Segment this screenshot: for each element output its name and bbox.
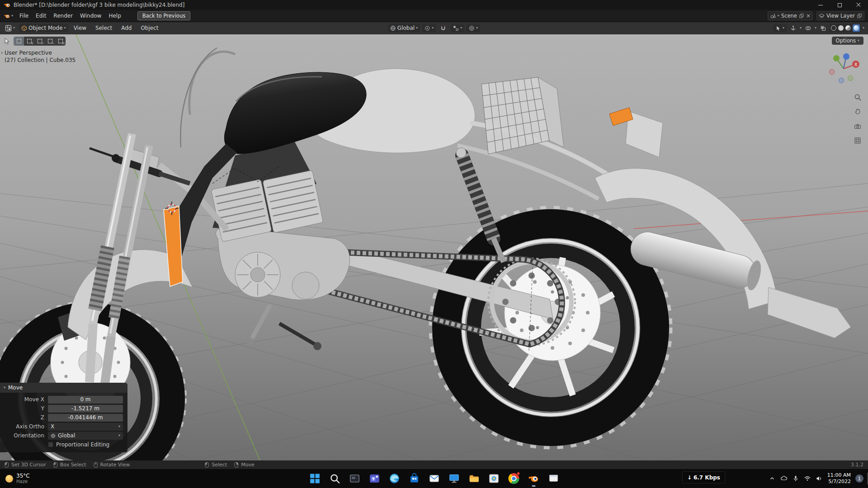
display-settings-button[interactable] (446, 470, 462, 487)
select-mode-subtract[interactable]: − (34, 37, 45, 46)
microphone-icon[interactable] (792, 475, 799, 482)
globe-icon (51, 433, 56, 438)
viewport-canvas[interactable] (0, 34, 868, 460)
chrome-button[interactable] (505, 470, 522, 487)
orientation-dropdown[interactable]: Global ▾ (388, 24, 420, 32)
gizmo-z-neg[interactable] (839, 78, 844, 83)
camera-view-icon[interactable] (853, 121, 863, 131)
chevron-down-icon[interactable]: ▾ (815, 26, 816, 30)
show-overlays-toggle[interactable] (803, 24, 813, 32)
snap-target-icon (453, 25, 459, 31)
start-button[interactable] (307, 470, 323, 487)
pivot-point-icon (425, 25, 430, 31)
proportional-editing-checkbox[interactable] (48, 442, 53, 447)
back-to-previous-button[interactable]: Back to Previous (137, 11, 190, 20)
navigation-gizmo[interactable]: X (826, 52, 861, 86)
chevron-down-icon: ▾ (64, 26, 66, 30)
unlink-scene-icon[interactable]: × (806, 13, 811, 19)
gizmo-y-axis[interactable] (833, 55, 840, 61)
menu-object[interactable]: Object (137, 23, 162, 33)
shading-mode-group (830, 24, 861, 32)
material-preview-button[interactable] (845, 25, 851, 31)
gizmo-y-neg[interactable] (848, 76, 853, 81)
sidebar-expand-arrow[interactable]: › (1, 50, 3, 56)
chevron-down-icon[interactable]: ▾ (863, 26, 864, 30)
gizmo-z-axis[interactable] (843, 53, 849, 60)
show-gizmos-toggle[interactable] (788, 24, 798, 32)
notification-badge[interactable]: 1 (855, 474, 863, 483)
select-mode-invert[interactable]: ~ (45, 37, 55, 46)
new-view-layer-icon[interactable] (857, 13, 862, 19)
xray-icon (820, 25, 826, 31)
close-button[interactable] (849, 0, 868, 10)
snap-magnet-toggle[interactable] (438, 24, 448, 32)
gizmo-x-neg[interactable] (830, 70, 835, 75)
menu-help[interactable]: Help (105, 11, 124, 20)
teams-button[interactable] (366, 470, 383, 487)
view-layer-selector[interactable]: View Layer (816, 11, 864, 20)
weather-widget[interactable]: 35°C Haze (5, 469, 30, 488)
zoom-tool-icon[interactable] (853, 92, 863, 102)
solid-shading-button[interactable] (838, 25, 844, 31)
tray-chevron-up-icon[interactable] (769, 475, 776, 482)
chevron-down-icon[interactable]: ▾ (800, 26, 802, 30)
onedrive-cloud-icon[interactable] (780, 475, 788, 482)
pivot-dropdown[interactable]: ▾ (422, 24, 436, 32)
edge-button[interactable] (386, 470, 403, 487)
search-button[interactable] (326, 470, 343, 487)
magnet-icon (440, 25, 446, 31)
mode-dropdown[interactable]: Object Mode ▾ (19, 24, 68, 32)
task-view-button[interactable] (346, 470, 363, 487)
toggle-ortho-icon[interactable] (853, 136, 863, 145)
clock-widget[interactable]: 11:00 AM 5/7/2022 (827, 472, 851, 485)
chevron-down-icon: ▾ (11, 14, 13, 18)
photos-button[interactable] (486, 470, 502, 487)
rendered-sphere-icon (854, 25, 859, 31)
wifi-icon[interactable] (804, 475, 811, 482)
move-x-field[interactable]: 0 m (48, 396, 123, 404)
select-mode-set[interactable] (14, 37, 24, 46)
select-mode-extend[interactable]: + (24, 37, 34, 46)
editor-type-button[interactable]: ▾ (3, 24, 17, 33)
minimize-button[interactable] (811, 0, 830, 10)
axis-ortho-select[interactable]: X ▾ (48, 423, 123, 431)
move-z-field[interactable]: -0.041446 m (48, 414, 123, 422)
view-layer-name: View Layer (826, 13, 855, 19)
store-button[interactable] (406, 470, 423, 487)
scene-selector[interactable]: ▾ Scene × (768, 11, 813, 20)
move-panel-header[interactable]: ▾ Move (0, 383, 127, 393)
menu-add[interactable]: Add (118, 23, 135, 33)
top-menu-bar: ▾ File Edit Render Window Help Back to P… (0, 10, 868, 22)
move-y-field[interactable]: -1.5217 m (48, 405, 123, 413)
move-operator-panel: ▾ Move Move X 0 m Y -1.5217 m Z -0.04144… (0, 383, 127, 452)
menu-select[interactable]: Select (92, 23, 116, 33)
viewport-3d[interactable]: + − ~ ∩ Options ▾ › User Perspective (27… (0, 34, 868, 460)
menu-render[interactable]: Render (50, 11, 76, 20)
pan-tool-icon[interactable] (853, 107, 863, 117)
proportional-editing-dropdown[interactable]: ▾ (467, 24, 480, 32)
menu-view[interactable]: View (70, 23, 90, 33)
gizmo-icon (790, 25, 796, 31)
new-scene-icon[interactable] (799, 13, 804, 19)
object-mode-icon (21, 25, 27, 31)
hint-box-select: Box Select (53, 462, 86, 468)
widgets-button[interactable] (545, 470, 562, 487)
options-button[interactable]: Options ▾ (832, 37, 863, 45)
mail-button[interactable] (426, 470, 443, 487)
snap-dropdown[interactable]: ▾ (451, 24, 464, 32)
maximize-button[interactable] (830, 0, 849, 10)
xray-toggle[interactable] (818, 24, 828, 32)
blender-taskbar-button[interactable] (525, 470, 542, 487)
volume-icon[interactable] (816, 475, 823, 482)
wireframe-shading-button[interactable] (831, 25, 836, 31)
select-mode-intersect[interactable]: ∩ (55, 37, 66, 46)
blender-menu-button[interactable]: ▾ (0, 13, 16, 19)
selectability-dropdown[interactable]: ▾ (773, 24, 787, 32)
orientation-select[interactable]: Global ▾ (48, 432, 123, 440)
menu-file[interactable]: File (16, 11, 32, 20)
file-explorer-button[interactable] (466, 470, 482, 487)
menu-window[interactable]: Window (76, 11, 105, 20)
rendered-shading-button[interactable] (853, 24, 860, 32)
select-cursor-icon[interactable] (4, 38, 11, 45)
menu-edit[interactable]: Edit (32, 11, 50, 20)
